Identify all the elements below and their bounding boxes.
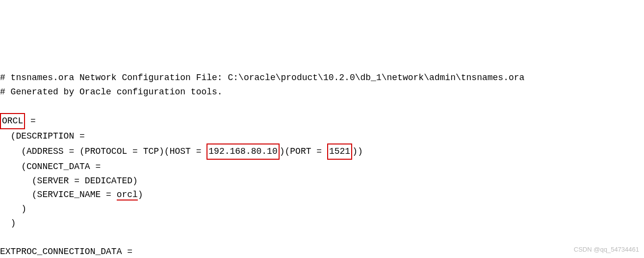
service-name: orcl xyxy=(117,190,138,201)
text: ) xyxy=(0,204,26,214)
watermark: CSDN @qq_54734461 xyxy=(574,245,639,255)
text: (CONNECT_DATA = xyxy=(0,162,101,172)
port: 1521 xyxy=(327,143,352,160)
tns-alias-orcl: ORCL xyxy=(0,113,25,129)
tnsnames-config: # tnsnames.ora Network Configuration Fil… xyxy=(0,57,644,258)
text: (SERVER = DEDICATED) xyxy=(0,176,138,186)
text: )(PORT = xyxy=(280,146,327,156)
comment-line: # Generated by Oracle configuration tool… xyxy=(0,87,223,97)
comment-line: # tnsnames.ora Network Configuration Fil… xyxy=(0,73,524,83)
text: (SERVICE_NAME = xyxy=(0,190,117,200)
host-ip: 192.168.80.10 xyxy=(206,143,279,160)
text: ) xyxy=(138,190,143,200)
text: (DESCRIPTION = xyxy=(0,131,85,141)
tns-alias-extproc: EXTPROC_CONNECTION_DATA = xyxy=(0,247,132,257)
text: = xyxy=(25,116,36,126)
text: ) xyxy=(0,218,16,228)
text: (ADDRESS = (PROTOCOL = TCP)(HOST = xyxy=(0,146,206,156)
text: )) xyxy=(352,146,363,156)
